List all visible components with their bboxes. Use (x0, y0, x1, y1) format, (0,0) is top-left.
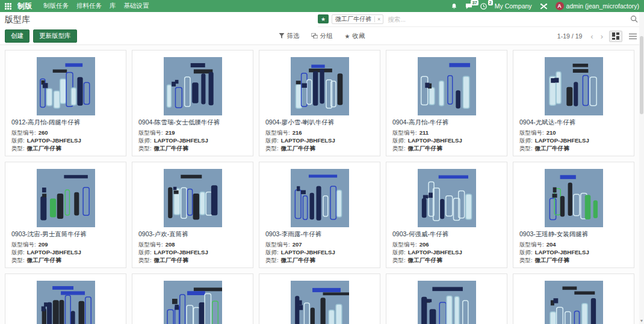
control-panel-row2: 创建 更新版型库 筛选 分组 ★ 收藏 1-19 / 19 ‹ › (0, 28, 644, 44)
pattern-no-field: 版型编号:204 (519, 240, 628, 248)
company-switcher[interactable]: My Company (495, 2, 532, 10)
designer-value: LAPTOP-JBHFELSJ (27, 249, 81, 255)
designer-field: 版师:LAPTOP-JBHFELSJ (138, 248, 247, 256)
pattern-pieces-image (37, 281, 95, 324)
pattern-title: 0903-李雨露-牛仔裤 (265, 230, 374, 239)
update-library-button[interactable]: 更新版型库 (33, 29, 77, 43)
pattern-pieces-image (164, 57, 222, 115)
designer-value: LAPTOP-JBHFELSJ (535, 249, 589, 255)
activity-clock-icon[interactable]: 2 (480, 3, 487, 10)
pattern-no-field: 版型编号:209 (11, 240, 120, 248)
pattern-no-field: 版型编号:219 (138, 129, 247, 136)
search-facet[interactable]: 微工厂牛仔裤 × (332, 14, 383, 24)
topbar-menu-item-2[interactable]: 库 (110, 2, 116, 10)
topbar-menu-item-3[interactable]: 基础设置 (124, 2, 149, 10)
pattern-card-4[interactable]: 0904-尤斌达-牛仔裤 版型编号:210 版师:LAPTOP-JBHFELSJ… (513, 50, 634, 156)
pattern-card-11[interactable] (132, 274, 253, 324)
type-value: 微工厂牛仔裤 (154, 257, 188, 263)
type-label: 类型: (265, 257, 279, 263)
user-menu[interactable]: A admin (jean_microfactory) (556, 2, 639, 10)
pattern-thumbnail (259, 162, 380, 227)
type-value: 微工厂牛仔裤 (408, 257, 442, 263)
pattern-title: 0904-廖小雪-喇叭牛仔裤 (265, 118, 374, 127)
designer-field: 版师:LAPTOP-JBHFELSJ (11, 136, 120, 144)
search-icon[interactable] (630, 15, 639, 23)
pattern-pieces-image (37, 169, 95, 227)
group-by-button[interactable]: 分组 (312, 32, 333, 40)
designer-value: LAPTOP-JBHFELSJ (154, 137, 208, 144)
designer-label: 版师: (11, 249, 25, 255)
designer-value: LAPTOP-JBHFELSJ (535, 137, 589, 144)
pattern-card-6[interactable]: 0903-卢欢-直筒裤 版型编号:208 版师:LAPTOP-JBHFELSJ … (132, 162, 253, 268)
app-brand[interactable]: 制版 (17, 1, 32, 11)
type-label: 类型: (392, 145, 406, 151)
chat-icon[interactable]: 37 (465, 3, 472, 10)
bell-icon[interactable] (451, 3, 457, 10)
type-value: 微工厂牛仔裤 (281, 145, 315, 151)
type-label: 类型: (519, 145, 533, 151)
designer-field: 版师:LAPTOP-JBHFELSJ (265, 248, 374, 256)
pattern-title: 0903-沈宙-男士直筒牛仔裤 (11, 230, 120, 239)
designer-value: LAPTOP-JBHFELSJ (281, 249, 335, 255)
pattern-card-8[interactable]: 0903-何强威-牛仔裤 版型编号:206 版师:LAPTOP-JBHFELSJ… (386, 162, 507, 268)
pattern-no-value: 207 (293, 241, 302, 248)
type-value: 微工厂牛仔裤 (535, 257, 569, 263)
type-value: 微工厂牛仔裤 (408, 145, 442, 151)
pattern-card-12[interactable] (259, 274, 380, 324)
pattern-no-value: 210 (546, 129, 556, 136)
debug-tools-icon[interactable] (540, 3, 548, 10)
pattern-no-label: 版型编号: (265, 241, 290, 248)
filter-button[interactable]: 筛选 (279, 32, 300, 40)
pattern-no-label: 版型编号: (265, 129, 290, 136)
pattern-card-3[interactable]: 0904-高月怡-牛仔裤 版型编号:211 版师:LAPTOP-JBHFELSJ… (386, 50, 507, 156)
pattern-card-10[interactable] (5, 274, 126, 324)
apps-grid-icon[interactable] (5, 3, 11, 10)
favorites-button[interactable]: ★ 收藏 (345, 32, 365, 40)
pattern-pieces-image (291, 169, 349, 227)
pattern-no-field: 版型编号:207 (265, 240, 374, 248)
pattern-title: 0904-尤斌达-牛仔裤 (519, 118, 628, 127)
designer-label: 版师: (138, 249, 152, 255)
pattern-card-14[interactable] (513, 274, 634, 324)
type-field: 类型:微工厂牛仔裤 (11, 256, 120, 264)
type-field: 类型:微工厂牛仔裤 (265, 144, 374, 152)
pager-prev-icon[interactable]: ‹ (588, 32, 595, 40)
scroll-down-icon[interactable]: ▼ (639, 318, 644, 323)
designer-field: 版师:LAPTOP-JBHFELSJ (519, 248, 628, 256)
pattern-thumbnail (5, 50, 126, 115)
facet-remove-icon[interactable]: × (374, 16, 383, 22)
scrollbar-thumb[interactable] (640, 36, 643, 114)
topbar-menu-item-1[interactable]: 排料任务 (76, 2, 102, 10)
pattern-thumbnail (132, 162, 253, 227)
pattern-pieces-image (545, 169, 603, 227)
pattern-card-9[interactable]: 0903-王瑶静-女装阔腿裤 版型编号:204 版师:LAPTOP-JBHFEL… (513, 162, 634, 268)
topbar-right: 37 2 My Company A admin (jean_microfacto… (451, 2, 639, 10)
topbar-menu-item-0[interactable]: 制版任务 (43, 2, 69, 10)
card-text: 0903-沈宙-男士直筒牛仔裤 版型编号:209 版师:LAPTOP-JBHFE… (5, 227, 126, 267)
pattern-thumbnail (5, 162, 126, 227)
pattern-no-label: 版型编号: (11, 241, 36, 248)
pattern-title: 0903-何强威-牛仔裤 (392, 230, 501, 239)
type-field: 类型:微工厂牛仔裤 (519, 144, 628, 152)
pattern-card-grid: 0912-高月怡-阔腿牛仔裤 版型编号:260 版师:LAPTOP-JBHFEL… (0, 45, 639, 324)
pattern-card-1[interactable]: 0904-陈雪瑞-女士低腰牛仔裤 版型编号:219 版师:LAPTOP-JBHF… (132, 50, 253, 156)
type-label: 类型: (11, 145, 25, 151)
pager-next-icon[interactable]: › (598, 32, 605, 40)
pattern-thumbnail (513, 274, 634, 324)
kanban-view-button[interactable] (609, 31, 622, 42)
pattern-card-7[interactable]: 0903-李雨露-牛仔裤 版型编号:207 版师:LAPTOP-JBHFELSJ… (259, 162, 380, 268)
pattern-card-5[interactable]: 0903-沈宙-男士直筒牛仔裤 版型编号:209 版师:LAPTOP-JBHFE… (5, 162, 126, 268)
pattern-no-value: 260 (39, 129, 48, 136)
pattern-card-2[interactable]: 0904-廖小雪-喇叭牛仔裤 版型编号:216 版师:LAPTOP-JBHFEL… (259, 50, 380, 156)
type-field: 类型:微工厂牛仔裤 (392, 144, 501, 152)
pattern-no-field: 版型编号:260 (11, 129, 120, 136)
pattern-card-13[interactable] (386, 274, 507, 324)
create-button[interactable]: 创建 (5, 29, 29, 43)
pattern-card-0[interactable]: 0912-高月怡-阔腿牛仔裤 版型编号:260 版师:LAPTOP-JBHFEL… (5, 50, 126, 156)
facet-star-icon[interactable]: ★ (318, 14, 329, 23)
designer-field: 版师:LAPTOP-JBHFELSJ (11, 248, 120, 256)
list-view-button[interactable] (626, 31, 639, 42)
type-field: 类型:微工厂牛仔裤 (138, 144, 247, 152)
search-input[interactable] (386, 15, 627, 23)
topbar-menu: 制版任务排料任务库基础设置 (36, 2, 149, 10)
